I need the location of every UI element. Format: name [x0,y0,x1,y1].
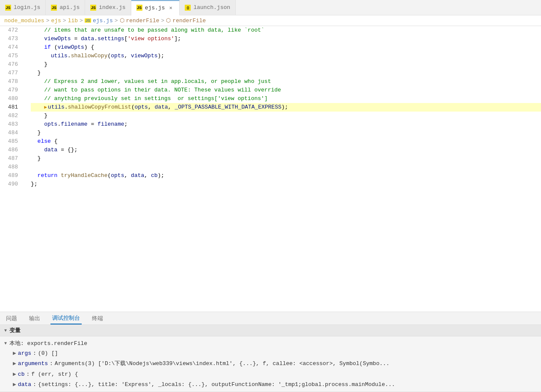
indent [31,129,38,137]
var-name-cb: cb [18,371,25,378]
line-number: 489 [3,171,18,180]
token-plain: , [168,103,175,112]
var-group-header[interactable]: ▼ 本地: exports.renderFile [0,338,541,348]
tab-ejs[interactable]: JS ejs.js ✕ [131,0,180,15]
panel-tab-problems[interactable]: 问题 [4,312,19,324]
tab-index-label: index.js [99,4,125,11]
token-plain: ( [107,52,111,60]
token-comment: // want to pass options in their data. N… [44,86,281,94]
panel-tab-terminal[interactable]: 终端 [90,312,105,324]
code-line: } [31,154,541,163]
tab-launch-label: launch.json [193,4,230,11]
breadcrumb: node_modules > ejs > lib > JS ejs.js > ⬡… [0,15,541,26]
indent [31,86,44,94]
token-plain: ); [281,103,288,112]
panel-tab-output[interactable]: 输出 [27,312,42,324]
token-plain: {}; [68,146,77,154]
token-keyword: return [38,171,58,180]
tab-ejs-label: ejs.js [145,5,165,11]
tab-api[interactable]: JS api.js [46,0,85,15]
indent [31,69,38,77]
code-line: if (viewOpts) { [31,43,541,52]
breadcrumb-lib[interactable]: lib [68,18,78,24]
tab-login-label: login.js [14,4,40,11]
token-plain: . [57,120,61,129]
token-plain: ) { [84,43,94,52]
tab-api-label: api.js [59,4,80,11]
token-plain: { [51,137,58,146]
expand-icon-data: ▶ [13,381,16,389]
expand-icon-args: ▶ [13,350,16,357]
token-plain: } [44,112,47,120]
breadcrumb-node-modules[interactable]: node_modules [4,18,44,24]
token-variable: opts [44,120,57,129]
token-plain: ( [107,171,111,180]
token-variable: filename [98,120,124,129]
var-item-data[interactable]: ▶ data : {settings: {...}, title: 'Expre… [0,380,541,390]
tab-close-button[interactable]: ✕ [167,4,174,11]
code-line: // anything previously set in settings o… [31,94,541,103]
group-collapse-icon: ▼ [4,341,7,346]
js-icon-login: JS [5,5,11,11]
breadcrumb-renderfile-1[interactable]: ⬡ renderFile [120,17,160,24]
token-plain: , [124,171,131,180]
token-plain: . [94,35,98,43]
expand-icon-arguments: ▶ [13,360,16,368]
token-variable: _OPTS_PASSABLE_WITH_DATA_EXPRESS [174,103,281,112]
js-icon-api: JS [51,5,57,11]
line-number: 485 [3,137,18,146]
code-line [31,163,541,171]
indent [31,77,44,86]
line-number: 479 [3,86,18,94]
code-line: data = {}; [31,146,541,154]
code-line: utils.shallowCopy(opts, viewOpts); [31,52,541,60]
gutter [21,26,27,312]
token-variable: utils [48,103,65,112]
token-plain: , [124,52,131,60]
var-item-cb[interactable]: ▶ cb : f (err, str) { [0,369,541,380]
code-line: opts.filename = filename; [31,120,541,129]
token-plain: } [44,60,47,69]
token-plain: } [38,69,41,77]
var-item-args[interactable]: ▶ args : (0) [] [0,348,541,359]
var-name-arguments: arguments [18,360,48,368]
token-plain: ); [158,52,165,60]
token-plain: = [71,35,81,43]
token-variable: data [155,103,168,112]
breadcrumb-ejs[interactable]: ejs [51,18,61,24]
line-number: 481 [3,103,18,112]
token-plain: . [68,52,71,60]
token-variable: data [131,171,144,180]
var-item-arguments[interactable]: ▶ arguments : Arguments(3) ['D:\下载\Nodej… [0,359,541,369]
token-variable: cb [151,171,158,180]
line-number: 477 [3,69,18,77]
line-number: 472 [3,26,18,35]
line-number: 487 [3,154,18,163]
token-comment: // items that are unsafe to be passed al… [44,26,264,35]
token-plain: } [38,154,41,163]
token-variable: utils [51,52,68,60]
indent [31,154,38,163]
indent [31,171,38,180]
code-line: }; [31,180,541,189]
panel-tab-debug[interactable]: 调试控制台 [50,312,82,324]
indent [31,43,44,52]
line-number: 484 [3,129,18,137]
breadcrumb-renderfile-2[interactable]: ⬡ renderFile [166,17,206,24]
token-plain: , [144,171,151,180]
token-function: shallowCopyFromList [68,103,131,112]
token-plain: = [88,120,98,129]
tab-launch[interactable]: {} launch.json [180,0,236,15]
tab-login[interactable]: JS login.js [0,0,46,15]
breadcrumb-ejs-js[interactable]: JS ejs.js [85,17,113,24]
line-numbers: 4724734744754764774784794804814824834844… [0,26,21,312]
token-variable: viewOpts [57,43,84,52]
token-plain: . [65,103,68,112]
token-plain: }; [31,180,38,189]
code-content[interactable]: // items that are unsafe to be passed al… [27,26,541,312]
token-function: shallowCopy [71,52,108,60]
panel-tabs: 问题 输出 调试控制台 终端 [0,312,541,325]
tab-index[interactable]: JS index.js [85,0,131,15]
indent [31,35,44,43]
variables-header[interactable]: ▼ 变量 [0,325,541,336]
